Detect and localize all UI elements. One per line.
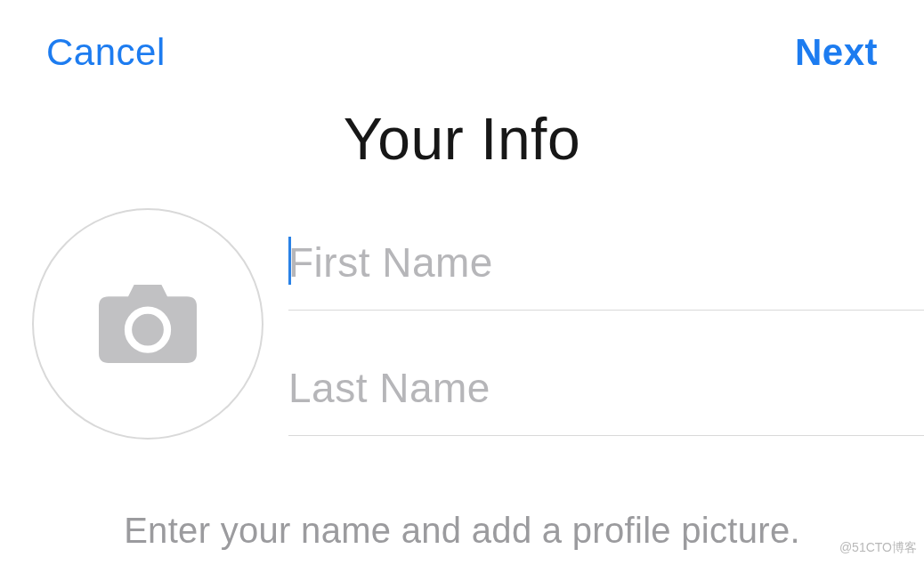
text-caret (288, 237, 291, 285)
cancel-button[interactable]: Cancel (46, 31, 166, 74)
next-button[interactable]: Next (795, 31, 878, 74)
profile-form (0, 173, 924, 440)
page-title: Your Info (0, 105, 924, 173)
last-name-input[interactable] (288, 337, 924, 436)
camera-icon (99, 284, 197, 364)
first-name-wrap (288, 212, 924, 311)
field-spacer (288, 311, 924, 337)
name-fields (288, 212, 924, 436)
watermark: @51CTO博客 (839, 540, 917, 556)
hint-text: Enter your name and add a profile pictur… (0, 511, 924, 551)
add-photo-button[interactable] (32, 208, 263, 440)
first-name-input[interactable] (288, 212, 924, 311)
top-navigation-bar: Cancel Next (0, 0, 924, 80)
last-name-wrap (288, 337, 924, 436)
